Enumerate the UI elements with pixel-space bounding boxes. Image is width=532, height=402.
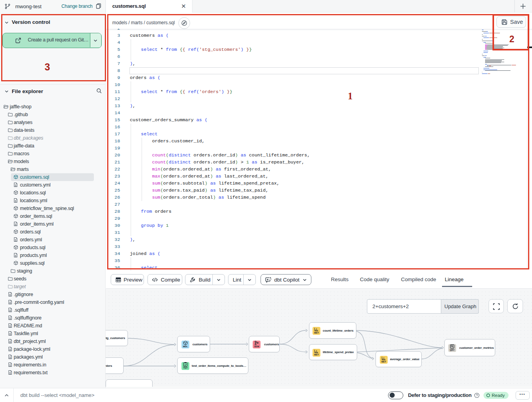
svg-text:TST: TST [183,367,188,369]
svg-text:SEM: SEM [254,345,259,348]
svg-text:QRY: QRY [450,349,455,351]
svg-text:MET: MET [381,361,386,363]
svg-text:MET: MET [314,354,319,356]
svg-text:MET: MET [314,332,319,334]
svg-text:MDL: MDL [183,345,188,348]
